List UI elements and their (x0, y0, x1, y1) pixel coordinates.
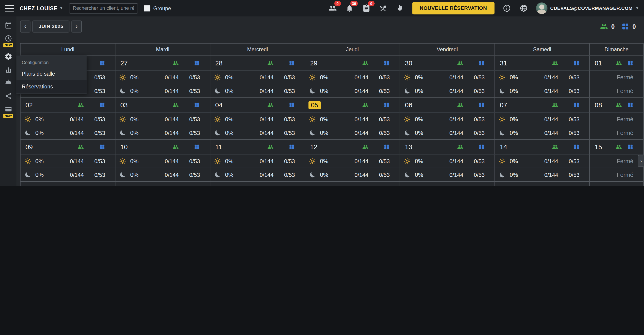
day-cell[interactable]: 28 0% 0/144 0/53 0% 0/144 0/53 (210, 56, 305, 97)
dinner-stats-row[interactable]: 0% 0/144 0/53 (305, 168, 400, 181)
hamburger-menu-icon[interactable] (5, 5, 14, 12)
dinner-stats-row[interactable]: 0% 0/144 0/53 (495, 126, 589, 139)
stat-tables: 0/53 (368, 88, 390, 94)
sidebar-item-calendar[interactable] (4, 22, 12, 29)
day-cell-header: 05 (305, 98, 400, 112)
dinner-stats-row[interactable]: 0% 0/144 0/53 (495, 84, 589, 98)
sidebar-item-reports[interactable] (4, 66, 12, 74)
sidebar-item-orders[interactable] (4, 79, 12, 87)
dinner-stats-row[interactable]: 0% 0/144 0/53 (305, 84, 400, 98)
lunch-stats-row[interactable]: 0% 0/144 0/53 (210, 154, 305, 168)
prev-month-button[interactable]: ‹ (20, 20, 30, 32)
sidebar-item-giftcards[interactable]: NEW (4, 105, 13, 118)
day-cell[interactable]: 14 0% 0/144 0/53 0% 0/144 0/53 (495, 140, 590, 181)
tables-icon (99, 60, 105, 66)
sun-icon (309, 158, 316, 165)
lunch-stats-row[interactable]: 0% 0/144 0/53 (400, 154, 494, 168)
day-cell[interactable]: 18 0% 0/144 0/53 0% 0/144 0/53 (210, 182, 305, 186)
day-cell[interactable]: 09 0% 0/144 0/53 0% 0/144 0/53 (20, 140, 116, 181)
day-cell[interactable]: 02 0% 0/144 0/53 0% 0/144 0/53 (20, 98, 116, 139)
month-label-button[interactable]: JUIN 2025 (32, 20, 69, 32)
dinner-stats-row[interactable]: 0% 0/144 0/53 (210, 126, 305, 139)
dinner-stats-row[interactable]: 0% 0/144 0/53 (400, 126, 494, 139)
lunch-stats-row[interactable]: 0% 0/144 0/53 (116, 70, 210, 84)
day-stats: 0% 0/144 0/53 0% 0/144 0/53 (495, 70, 589, 97)
waitlist-badge: 0 (368, 1, 374, 6)
dinner-stats-row[interactable]: 0% 0/144 0/53 (210, 168, 305, 181)
day-cell[interactable]: 07 0% 0/144 0/53 0% 0/144 0/53 (495, 98, 590, 139)
day-cell[interactable]: 27 0% 0/144 0/53 0% 0/144 0/53 (116, 56, 210, 97)
day-cell[interactable]: 31 0% 0/144 0/53 0% 0/144 0/53 (495, 56, 590, 97)
sidebar-item-configuration[interactable] (4, 53, 12, 60)
menu-item-reservations[interactable]: Réservations (16, 80, 86, 93)
dinner-stats-row[interactable]: 0% 0/144 0/53 (400, 168, 494, 181)
lunch-stats-row[interactable]: 0% 0/144 0/53 (305, 112, 400, 126)
day-header: Vendredi (400, 44, 495, 55)
sidebar-item-waitlist[interactable]: NEW (4, 35, 13, 47)
day-cell[interactable]: 05 0% 0/144 0/53 0% 0/144 0/53 (305, 98, 400, 139)
day-cell[interactable]: 04 0% 0/144 0/53 0% 0/144 0/53 (210, 98, 305, 139)
lunch-stats-row[interactable]: 0% 0/144 0/53 (495, 70, 589, 84)
new-reservation-button[interactable]: NOUVELLE RÉSERVATION (412, 2, 494, 14)
lunch-stats-row[interactable]: 0% 0/144 0/53 (495, 154, 589, 168)
dinner-stats-row[interactable]: 0% 0/144 0/53 (116, 84, 210, 98)
moon-icon (214, 129, 221, 136)
lunch-stats-row[interactable]: 0% 0/144 0/53 (116, 112, 210, 126)
stat-covers: 0/144 (532, 74, 558, 81)
day-cell[interactable]: 01 FerméFermé (590, 56, 643, 97)
day-cell[interactable]: 13 0% 0/144 0/53 0% 0/144 0/53 (400, 140, 495, 181)
walkin-button[interactable] (396, 4, 405, 13)
day-cell[interactable]: 12 0% 0/144 0/53 0% 0/144 0/53 (305, 140, 400, 181)
lunch-stats-row[interactable]: 0% 0/144 0/53 (20, 112, 115, 126)
language-button[interactable] (519, 4, 528, 13)
sidebar-item-integrations[interactable] (4, 92, 12, 100)
lunch-stats-row[interactable]: 0% 0/144 0/53 (20, 154, 115, 168)
next-month-button[interactable]: › (72, 20, 82, 32)
day-cell[interactable]: 21 0% 0/144 0/53 0% 0/144 0/53 (495, 182, 590, 186)
day-cell[interactable]: 16 0% 0/144 0/53 0% 0/144 0/53 (20, 182, 116, 186)
day-cell[interactable]: 11 0% 0/144 0/53 0% 0/144 0/53 (210, 140, 305, 181)
notifications-button[interactable]: 36 (345, 4, 354, 13)
lunch-stats-row[interactable]: 0% 0/144 0/53 (210, 112, 305, 126)
lunch-stats-row[interactable]: 0% 0/144 0/53 (305, 154, 400, 168)
group-checkbox[interactable] (144, 5, 150, 12)
side-panel-handle[interactable]: › (638, 155, 644, 167)
customers-button[interactable]: 0 (328, 4, 337, 13)
day-cell[interactable]: 06 0% 0/144 0/53 0% 0/144 0/53 (400, 98, 495, 139)
day-cell[interactable]: 20 0% 0/144 0/53 0% 0/144 0/53 (400, 182, 495, 186)
day-cell[interactable]: 10 0% 0/144 0/53 0% 0/144 0/53 (116, 140, 210, 181)
day-cell[interactable]: 30 0% 0/144 0/53 0% 0/144 0/53 (400, 56, 495, 97)
lunch-stats-row[interactable]: 0% 0/144 0/53 (116, 154, 210, 168)
dinner-stats-row[interactable]: 0% 0/144 0/53 (495, 168, 589, 181)
restaurant-selector[interactable]: CHEZ LOUISE ▼ (20, 5, 63, 12)
dinner-stats-row[interactable]: 0% 0/144 0/53 (210, 84, 305, 98)
stat-percent: 0% (415, 116, 423, 123)
lunch-stats-row[interactable]: 0% 0/144 0/53 (210, 70, 305, 84)
help-button[interactable] (502, 4, 511, 13)
lunch-stats-row[interactable]: 0% 0/144 0/53 (400, 112, 494, 126)
moon-icon (309, 129, 316, 136)
account-menu[interactable]: CDEVALS@COVERMANAGER.COM ▼ (536, 3, 639, 14)
restaurant-mode-button[interactable] (379, 4, 388, 13)
day-cell[interactable]: 22 FerméFermé (590, 182, 643, 186)
day-cell[interactable]: 17 0% 0/144 0/53 0% 0/144 0/53 (116, 182, 210, 186)
lunch-stats-row[interactable]: 0% 0/144 0/53 (495, 112, 589, 126)
dinner-stats-row[interactable]: 0% 0/144 0/53 (305, 126, 400, 139)
covers-icon (362, 102, 368, 108)
dinner-stats-row[interactable]: 0% 0/144 0/53 (116, 126, 210, 139)
lunch-stats-row[interactable]: 0% 0/144 0/53 (305, 70, 400, 84)
day-cell[interactable]: 15 FerméFermé (590, 140, 643, 181)
waitlist-button[interactable]: 0 (362, 4, 371, 13)
day-cell[interactable]: 19 0% 0/144 0/53 0% 0/144 0/53 (305, 182, 400, 186)
day-cell[interactable]: 29 0% 0/144 0/53 0% 0/144 0/53 (305, 56, 400, 97)
dinner-stats-row[interactable]: 0% 0/144 0/53 (400, 84, 494, 98)
menu-item-plans-de-salle[interactable]: Plans de salle (16, 68, 86, 80)
covers-icon (78, 102, 84, 108)
dinner-stats-row[interactable]: 0% 0/144 0/53 (20, 126, 115, 139)
day-cell[interactable]: 08 FerméFermé (590, 98, 643, 139)
search-input[interactable] (69, 3, 138, 14)
lunch-stats-row[interactable]: 0% 0/144 0/53 (400, 70, 494, 84)
dinner-stats-row[interactable]: 0% 0/144 0/53 (116, 168, 210, 181)
day-cell[interactable]: 03 0% 0/144 0/53 0% 0/144 0/53 (116, 98, 210, 139)
dinner-stats-row[interactable]: 0% 0/144 0/53 (20, 168, 115, 181)
